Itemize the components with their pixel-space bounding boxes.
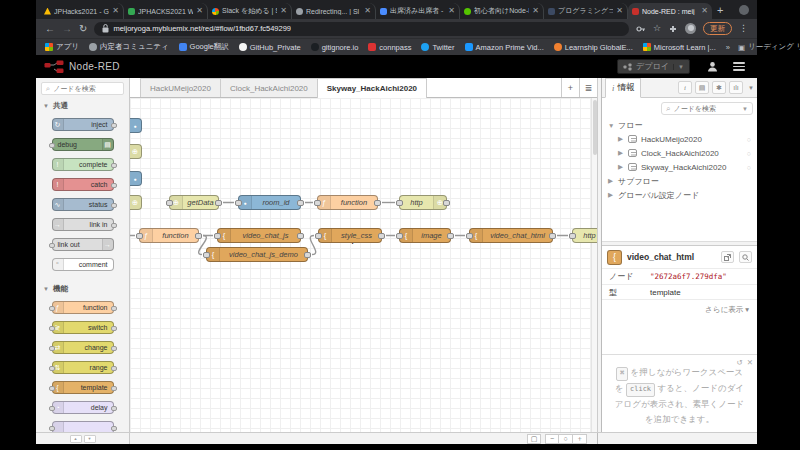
node-input-port[interactable]	[203, 252, 210, 258]
flow-node-image[interactable]: {image	[399, 228, 451, 243]
tab-info[interactable]: i 情報	[605, 78, 641, 98]
flow-node-partial[interactable]: ●	[130, 171, 142, 186]
bookmark-1[interactable]: 内定者コミュニティ	[89, 42, 169, 52]
node-input-port[interactable]	[49, 406, 55, 411]
browser-tab-4[interactable]: 出席済み出席者 - Z✕	[376, 3, 460, 19]
tab-close-icon[interactable]: ✕	[364, 7, 371, 15]
reading-list-button[interactable]: ▣リーディング リスト	[738, 42, 800, 52]
bookmark-4[interactable]: gitignore.io	[311, 43, 359, 52]
chevron-right-icon[interactable]: ▶	[608, 191, 614, 199]
flow-tab-0[interactable]: HackUMeijo2020	[140, 78, 221, 97]
node-output-port[interactable]	[195, 233, 202, 239]
node-output-port[interactable]	[297, 200, 304, 206]
bookmark-5[interactable]: connpass	[368, 43, 411, 52]
main-menu-icon[interactable]	[733, 62, 745, 71]
tree-global-config-root[interactable]: ▶グローバル設定ノード	[602, 188, 757, 202]
node-output-port[interactable]	[297, 233, 304, 239]
palette-node-switch[interactable]: ≷switch	[52, 321, 114, 334]
node-input-port[interactable]	[314, 200, 321, 206]
flow-tab-1[interactable]: Clock_HackAichi2020	[220, 78, 318, 97]
node-input-port[interactable]	[49, 326, 55, 331]
node-output-port[interactable]	[111, 223, 117, 228]
chevron-down-icon[interactable]: ▼	[742, 106, 748, 112]
palette-node-debug[interactable]: debug▤	[52, 138, 114, 151]
palette-scroll-down-icon[interactable]: ▼	[84, 435, 96, 443]
open-node-icon[interactable]	[721, 251, 734, 263]
flow-list-icon[interactable]: ≣	[579, 78, 597, 97]
node-input-port[interactable]	[569, 233, 576, 239]
flow-node-http[interactable]: http⊕	[399, 195, 447, 210]
node-input-port[interactable]	[49, 426, 55, 431]
palette-node-link out[interactable]: link out→	[52, 238, 114, 251]
flow-tab-2[interactable]: Skyway_HackAichi2020	[317, 78, 427, 98]
palette-search-input[interactable]	[53, 85, 119, 92]
browser-tab-2[interactable]: Slack を始める | S✕	[208, 3, 292, 19]
bookmark-2[interactable]: Google翻訳	[179, 42, 229, 52]
node-output-port[interactable]	[378, 233, 385, 239]
palette-node-delay[interactable]: ◔delay	[52, 401, 114, 414]
palette-node-catch[interactable]: !catch	[52, 178, 114, 191]
chevron-right-icon[interactable]: ▶	[618, 135, 624, 143]
node-output-port[interactable]	[111, 163, 117, 168]
flow-node-video_chat_html[interactable]: {video_chat_html	[469, 228, 553, 243]
browser-tab-3[interactable]: Redirecting... | Sl✕	[292, 3, 376, 19]
flow-node-function[interactable]: ƒfunction	[139, 228, 199, 243]
zoom-in-icon[interactable]: ＋	[573, 434, 587, 444]
node-output-port[interactable]	[443, 200, 450, 206]
bookmarks-overflow-icon[interactable]: »	[726, 43, 730, 52]
node-input-port[interactable]	[214, 233, 221, 239]
back-icon[interactable]: ←	[45, 24, 55, 34]
node-output-port[interactable]	[111, 326, 117, 331]
node-output-port[interactable]	[447, 233, 454, 239]
zoom-reset-icon[interactable]: ○	[559, 434, 573, 444]
tab-search-icon[interactable]	[739, 5, 749, 15]
bookmark-6[interactable]: Twitter	[421, 43, 454, 52]
chrome-update-button[interactable]: 更新	[703, 22, 732, 35]
tree-subflows-root[interactable]: ▶サブフロー	[602, 174, 757, 188]
palette-category[interactable]: ▼機能	[36, 282, 129, 295]
add-flow-button[interactable]: +	[561, 78, 579, 97]
chart-tab-icon[interactable]: ılı	[729, 81, 743, 94]
bookmark-9[interactable]: Microsoft Learn |...	[643, 43, 716, 52]
close-hint-icon[interactable]: ✕	[747, 357, 753, 370]
tab-close-icon[interactable]: ✕	[616, 7, 623, 15]
chevron-down-icon[interactable]: ▼	[748, 85, 754, 91]
node-input-port[interactable]	[235, 200, 242, 206]
new-tab-button[interactable]: +	[717, 4, 723, 16]
password-key-icon[interactable]	[636, 24, 646, 34]
node-input-port[interactable]	[396, 233, 403, 239]
bookmark-0[interactable]: アプリ	[45, 42, 79, 52]
zoom-out-icon[interactable]: −	[545, 434, 559, 444]
show-more-link[interactable]: さらに表示 ▾	[602, 300, 757, 315]
extensions-icon[interactable]	[668, 24, 678, 34]
chevron-right-icon[interactable]: ▶	[618, 149, 624, 157]
node-input-port[interactable]	[49, 243, 55, 248]
node-input-port[interactable]	[315, 233, 322, 239]
user-icon[interactable]	[707, 61, 718, 72]
help-tab-icon[interactable]: ▤	[695, 81, 709, 94]
bookmark-3[interactable]: GitHub_Private	[239, 43, 301, 52]
browser-tab-0[interactable]: JPHacks2021 - G✕	[40, 3, 124, 19]
tab-close-icon[interactable]: ✕	[280, 7, 287, 15]
node-output-port[interactable]	[304, 252, 311, 258]
tab-close-icon[interactable]: ✕	[532, 7, 539, 15]
browser-tab-5[interactable]: 初心者向けNode-R✕	[460, 3, 544, 19]
palette-node-comment[interactable]: “comment	[52, 258, 114, 271]
node-input-port[interactable]	[49, 306, 55, 311]
palette-scroll-up-icon[interactable]: ▲	[70, 435, 82, 443]
node-input-port[interactable]	[166, 200, 173, 206]
info-tab-icon[interactable]: i	[678, 81, 692, 94]
bookmark-star-icon[interactable]: ☆	[653, 24, 661, 33]
sidebar-search-input[interactable]	[673, 105, 739, 112]
node-output-port[interactable]	[111, 183, 117, 188]
node-output-port[interactable]	[215, 200, 222, 206]
palette-search[interactable]: ⌕	[41, 82, 124, 95]
palette-category[interactable]: ▼共通	[36, 99, 129, 112]
deploy-options-caret-icon[interactable]: ▼	[673, 64, 684, 70]
flow-node-http[interactable]: http⊕	[572, 228, 597, 243]
palette-node-inject[interactable]: ↻inject	[52, 118, 114, 131]
address-bar[interactable]: meijoryoga.mybluemix.net/red/#flow/1fbd6…	[94, 22, 629, 36]
node-output-port[interactable]	[549, 233, 556, 239]
flow-canvas[interactable]: ✛ ⊕getData●room_idƒfunctionhttp⊕ƒfunctio…	[130, 98, 597, 432]
profile-avatar[interactable]	[685, 23, 696, 34]
